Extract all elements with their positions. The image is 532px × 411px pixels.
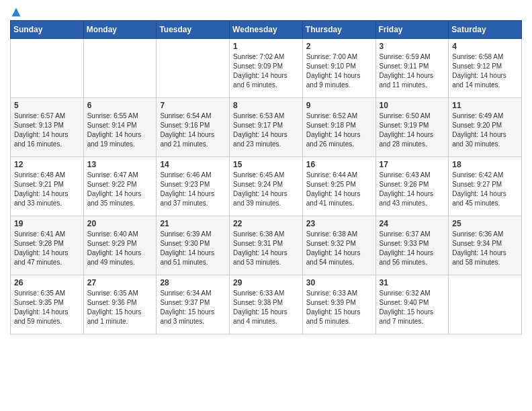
- weekday-header-monday: Monday: [83, 21, 157, 39]
- day-number: 13: [87, 160, 153, 169]
- cell-content: Sunrise: 6:36 AM Sunset: 9:34 PM Dayligh…: [452, 230, 518, 267]
- cell-content: Sunrise: 6:42 AM Sunset: 9:27 PM Dayligh…: [452, 171, 518, 208]
- calendar-cell: 17Sunrise: 6:43 AM Sunset: 9:26 PM Dayli…: [375, 157, 449, 216]
- day-number: 8: [233, 101, 299, 110]
- cell-content: Sunrise: 6:52 AM Sunset: 9:18 PM Dayligh…: [306, 111, 372, 149]
- cell-content: Sunrise: 6:41 AM Sunset: 9:28 PM Dayligh…: [14, 230, 80, 267]
- svg-marker-0: [12, 8, 21, 17]
- cell-content: Sunrise: 6:53 AM Sunset: 9:17 PM Dayligh…: [233, 111, 299, 149]
- cell-content: Sunrise: 6:35 AM Sunset: 9:35 PM Dayligh…: [14, 289, 80, 326]
- day-number: 30: [306, 278, 372, 287]
- weekday-header-tuesday: Tuesday: [157, 21, 230, 39]
- calendar-cell: 6Sunrise: 6:55 AM Sunset: 9:14 PM Daylig…: [83, 98, 157, 157]
- day-number: 23: [306, 219, 372, 228]
- cell-content: Sunrise: 6:35 AM Sunset: 9:36 PM Dayligh…: [87, 289, 153, 326]
- cell-content: Sunrise: 6:38 AM Sunset: 9:32 PM Dayligh…: [306, 230, 372, 267]
- day-number: 17: [380, 160, 445, 169]
- day-number: 28: [160, 278, 226, 287]
- weekday-header-wednesday: Wednesday: [230, 21, 303, 39]
- day-number: 16: [306, 160, 372, 169]
- weekday-header-sunday: Sunday: [11, 21, 84, 39]
- cell-content: Sunrise: 6:32 AM Sunset: 9:40 PM Dayligh…: [380, 289, 445, 326]
- cell-content: Sunrise: 6:33 AM Sunset: 9:39 PM Dayligh…: [306, 289, 372, 326]
- calendar-week-row: 1Sunrise: 7:02 AM Sunset: 9:09 PM Daylig…: [11, 39, 522, 98]
- day-number: 22: [233, 219, 299, 228]
- cell-content: Sunrise: 6:50 AM Sunset: 9:19 PM Dayligh…: [380, 111, 445, 149]
- calendar-cell: 25Sunrise: 6:36 AM Sunset: 9:34 PM Dayli…: [449, 216, 522, 275]
- day-number: 21: [160, 219, 226, 228]
- cell-content: Sunrise: 7:02 AM Sunset: 9:09 PM Dayligh…: [233, 52, 299, 90]
- calendar-cell: 23Sunrise: 6:38 AM Sunset: 9:32 PM Dayli…: [302, 216, 375, 275]
- cell-content: Sunrise: 6:33 AM Sunset: 9:38 PM Dayligh…: [233, 289, 299, 326]
- calendar-header: SundayMondayTuesdayWednesdayThursdayFrid…: [11, 21, 522, 39]
- day-number: 6: [87, 101, 153, 110]
- calendar-cell: 15Sunrise: 6:45 AM Sunset: 9:24 PM Dayli…: [230, 157, 303, 216]
- cell-content: Sunrise: 6:40 AM Sunset: 9:29 PM Dayligh…: [87, 230, 153, 267]
- day-number: 7: [160, 101, 226, 110]
- calendar-week-row: 5Sunrise: 6:57 AM Sunset: 9:13 PM Daylig…: [11, 98, 522, 157]
- day-number: 5: [14, 101, 80, 110]
- day-number: 14: [160, 160, 226, 169]
- calendar-cell: 22Sunrise: 6:38 AM Sunset: 9:31 PM Dayli…: [230, 216, 303, 275]
- day-number: 31: [380, 278, 445, 287]
- calendar-cell: 7Sunrise: 6:54 AM Sunset: 9:16 PM Daylig…: [157, 98, 230, 157]
- calendar-cell: 8Sunrise: 6:53 AM Sunset: 9:17 PM Daylig…: [230, 98, 303, 157]
- day-number: 11: [452, 101, 518, 110]
- cell-content: Sunrise: 7:00 AM Sunset: 9:10 PM Dayligh…: [306, 52, 372, 90]
- cell-content: Sunrise: 6:49 AM Sunset: 9:20 PM Dayligh…: [452, 111, 518, 149]
- cell-content: Sunrise: 6:55 AM Sunset: 9:14 PM Dayligh…: [87, 111, 153, 149]
- cell-content: Sunrise: 6:57 AM Sunset: 9:13 PM Dayligh…: [14, 111, 80, 149]
- calendar-cell: 1Sunrise: 7:02 AM Sunset: 9:09 PM Daylig…: [230, 39, 303, 98]
- day-number: 1: [233, 42, 299, 51]
- day-number: 9: [306, 101, 372, 110]
- weekday-header-friday: Friday: [375, 21, 449, 39]
- calendar-body: 1Sunrise: 7:02 AM Sunset: 9:09 PM Daylig…: [11, 39, 522, 334]
- cell-content: Sunrise: 6:37 AM Sunset: 9:33 PM Dayligh…: [380, 230, 445, 267]
- calendar-cell: 10Sunrise: 6:50 AM Sunset: 9:19 PM Dayli…: [375, 98, 449, 157]
- calendar-cell: [83, 39, 157, 98]
- calendar-cell: 11Sunrise: 6:49 AM Sunset: 9:20 PM Dayli…: [449, 98, 522, 157]
- calendar-cell: 28Sunrise: 6:34 AM Sunset: 9:37 PM Dayli…: [157, 275, 230, 334]
- day-number: 4: [452, 42, 518, 51]
- calendar-cell: [11, 39, 84, 98]
- calendar-cell: 30Sunrise: 6:33 AM Sunset: 9:39 PM Dayli…: [302, 275, 375, 334]
- weekday-header-saturday: Saturday: [449, 21, 522, 39]
- day-number: 25: [452, 219, 518, 228]
- day-number: 15: [233, 160, 299, 169]
- calendar-cell: [449, 275, 522, 334]
- calendar-cell: 9Sunrise: 6:52 AM Sunset: 9:18 PM Daylig…: [302, 98, 375, 157]
- calendar-cell: [157, 39, 230, 98]
- calendar-cell: 29Sunrise: 6:33 AM Sunset: 9:38 PM Dayli…: [230, 275, 303, 334]
- calendar-cell: 19Sunrise: 6:41 AM Sunset: 9:28 PM Dayli…: [11, 216, 84, 275]
- calendar-cell: 2Sunrise: 7:00 AM Sunset: 9:10 PM Daylig…: [302, 39, 375, 98]
- cell-content: Sunrise: 6:59 AM Sunset: 9:11 PM Dayligh…: [380, 52, 445, 90]
- calendar-cell: 5Sunrise: 6:57 AM Sunset: 9:13 PM Daylig…: [11, 98, 84, 157]
- logo: [10, 7, 22, 15]
- calendar-cell: 14Sunrise: 6:46 AM Sunset: 9:23 PM Dayli…: [157, 157, 230, 216]
- cell-content: Sunrise: 6:46 AM Sunset: 9:23 PM Dayligh…: [160, 171, 226, 208]
- calendar-table: SundayMondayTuesdayWednesdayThursdayFrid…: [10, 20, 522, 334]
- day-number: 24: [380, 219, 445, 228]
- calendar-cell: 4Sunrise: 6:58 AM Sunset: 9:12 PM Daylig…: [449, 39, 522, 98]
- calendar-cell: 21Sunrise: 6:39 AM Sunset: 9:30 PM Dayli…: [157, 216, 230, 275]
- cell-content: Sunrise: 6:45 AM Sunset: 9:24 PM Dayligh…: [233, 171, 299, 208]
- day-number: 19: [14, 219, 80, 228]
- cell-content: Sunrise: 6:54 AM Sunset: 9:16 PM Dayligh…: [160, 111, 226, 149]
- cell-content: Sunrise: 6:47 AM Sunset: 9:22 PM Dayligh…: [87, 171, 153, 208]
- cell-content: Sunrise: 6:38 AM Sunset: 9:31 PM Dayligh…: [233, 230, 299, 267]
- cell-content: Sunrise: 6:58 AM Sunset: 9:12 PM Dayligh…: [452, 52, 518, 90]
- day-number: 12: [14, 160, 80, 169]
- cell-content: Sunrise: 6:48 AM Sunset: 9:21 PM Dayligh…: [14, 171, 80, 208]
- calendar-cell: 31Sunrise: 6:32 AM Sunset: 9:40 PM Dayli…: [375, 275, 449, 334]
- calendar-cell: 26Sunrise: 6:35 AM Sunset: 9:35 PM Dayli…: [11, 275, 84, 334]
- calendar-cell: 3Sunrise: 6:59 AM Sunset: 9:11 PM Daylig…: [375, 39, 449, 98]
- calendar-cell: 27Sunrise: 6:35 AM Sunset: 9:36 PM Dayli…: [83, 275, 157, 334]
- day-number: 10: [380, 101, 445, 110]
- day-number: 18: [452, 160, 518, 169]
- day-number: 29: [233, 278, 299, 287]
- calendar-cell: 24Sunrise: 6:37 AM Sunset: 9:33 PM Dayli…: [375, 216, 449, 275]
- calendar-cell: 18Sunrise: 6:42 AM Sunset: 9:27 PM Dayli…: [449, 157, 522, 216]
- weekday-header-thursday: Thursday: [302, 21, 375, 39]
- cell-content: Sunrise: 6:34 AM Sunset: 9:37 PM Dayligh…: [160, 289, 226, 326]
- calendar-cell: 16Sunrise: 6:44 AM Sunset: 9:25 PM Dayli…: [302, 157, 375, 216]
